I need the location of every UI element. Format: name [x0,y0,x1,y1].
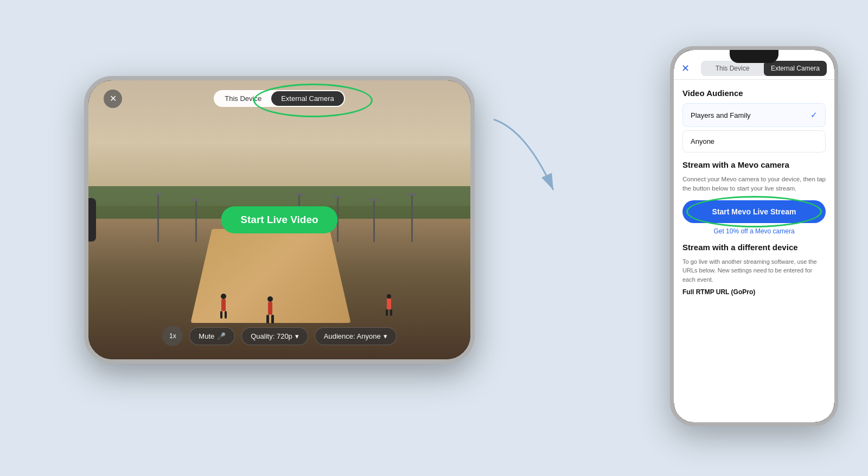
ui-overlay: ✕ This Device External Camera Start Live… [88,80,470,359]
landscape-bottom-controls: 1x Mute 🎤 Quality: 720p ▾ Audience: Anyo… [88,326,470,346]
mute-label: Mute [199,332,214,340]
direction-arrow [483,109,570,206]
start-mevo-live-stream-button[interactable]: Start Mevo Live Stream [682,200,826,223]
start-live-video-button[interactable]: Start Live Video [221,206,337,233]
portrait-external-camera-tab[interactable]: External Camera [764,61,827,76]
chevron-down-icon: ▾ [295,332,299,340]
portrait-screen: ✕ This Device External Camera Video Audi… [674,50,834,422]
video-audience-title: Video Audience [682,88,826,98]
quality-label: Quality: 720p [251,332,292,340]
phone-portrait: ✕ This Device External Camera Video Audi… [670,46,838,426]
portrait-scroll-area: Video Audience Players and Family ✓ Anyo… [674,80,834,416]
audience-option-label-1: Players and Family [691,111,751,119]
mute-button[interactable]: Mute 🎤 [189,327,235,345]
portrait-close-button[interactable]: ✕ [681,62,697,74]
quality-button[interactable]: Quality: 720p ▾ [241,327,308,345]
external-camera-tab[interactable]: External Camera [271,91,344,106]
phone-notch [730,50,778,63]
camera-toggle: This Device External Camera [214,90,344,107]
audience-option-players-family[interactable]: Players and Family ✓ [682,103,826,127]
audience-label: Audience: Anyone [324,332,381,340]
rtmp-url-label: Full RTMP URL (GoPro) [682,288,826,296]
phone-landscape: ✕ This Device External Camera Start Live… [84,76,475,364]
portrait-content: ✕ This Device External Camera Video Audi… [674,50,834,422]
portrait-this-device-tab[interactable]: This Device [701,61,764,76]
stream-diff-title: Stream with a different device [682,243,826,252]
mevo-discount-link[interactable]: Get 10% off a Mevo camera [682,227,826,235]
portrait-body: Video Audience Players and Family ✓ Anyo… [674,80,834,296]
chevron-down-icon-2: ▾ [384,332,387,340]
zoom-control[interactable]: 1x [162,326,183,346]
close-button-landscape[interactable]: ✕ [104,90,122,108]
different-device-section: Stream with a different device To go liv… [682,243,826,296]
landscape-top-bar: ✕ This Device External Camera [88,90,470,107]
portrait-camera-toggle: This Device External Camera [701,61,827,76]
audience-button[interactable]: Audience: Anyone ▾ [315,327,397,345]
landscape-screen: ✕ This Device External Camera Start Live… [88,80,470,359]
audience-option-anyone[interactable]: Anyone [682,130,826,153]
close-icon: ✕ [110,93,117,104]
stream-mevo-title: Stream with a Mevo camera [682,160,826,169]
this-device-tab[interactable]: This Device [215,91,271,106]
phone-side-button [88,198,96,242]
mevo-btn-wrapper: Start Mevo Live Stream [682,200,826,223]
stream-diff-desc: To go live with another streaming softwa… [682,257,826,284]
stream-mevo-desc: Connect your Mevo camera to your device,… [682,175,826,194]
scene: ✕ This Device External Camera Start Live… [0,0,868,476]
audience-option-label-2: Anyone [691,137,714,145]
check-icon: ✓ [810,110,818,120]
microphone-icon: 🎤 [217,332,226,340]
